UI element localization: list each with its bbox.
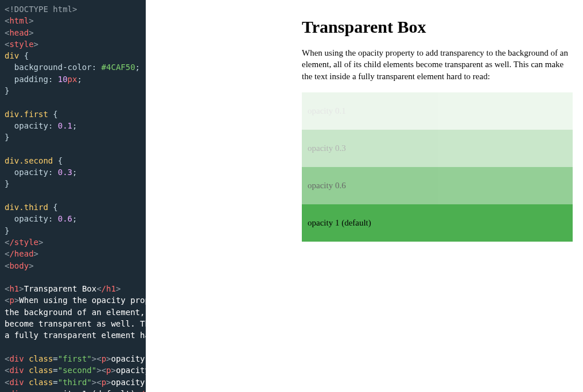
code-tag-style-close: /style (9, 238, 38, 247)
code-sel-div: div (5, 51, 19, 60)
code-tag-div3: div (9, 378, 24, 387)
code-tag-h1-close: /h1 (102, 284, 116, 293)
code-bg-prop: background-color (14, 63, 92, 72)
preview-pane[interactable]: Transparent Box When using the opacity p… (292, 0, 583, 392)
code-opacity-prop-1: opacity (14, 121, 48, 130)
code-tag-div4: div (9, 389, 24, 392)
code-tag-style-open: style (9, 40, 33, 49)
code-attr-class-1: class (29, 354, 53, 363)
code-sel-first: div.first (5, 110, 48, 119)
preview-heading: Transparent Box (302, 17, 573, 37)
code-pad-unit: px (68, 75, 77, 84)
split-view: <!DOCTYPE html> <html> <head> <style> di… (0, 0, 583, 392)
code-pad-prop: padding (14, 75, 48, 84)
code-p-line1: When using the opacity property to add t… (19, 296, 146, 305)
code-sel-second: div.second (5, 156, 53, 165)
code-opacity-06: 0.6 (58, 214, 72, 223)
code-editor[interactable]: <!DOCTYPE html> <html> <head> <style> di… (0, 0, 146, 392)
code-box3-text: opacity 0.6 (111, 378, 146, 387)
code-pad-num: 10 (58, 75, 68, 84)
code-bg-val: #4CAF50 (102, 63, 135, 72)
code-p-line3: become transparent as well. This can mak… (5, 319, 146, 328)
code-opacity-01: 0.1 (58, 121, 72, 130)
code-doctype: <!DOCTYPE html> (5, 5, 77, 14)
code-box4-text: opacity 1 (default) (43, 389, 135, 392)
code-box2-text: opacity 0.3 (116, 366, 146, 375)
opacity-box-03: opacity 0.3 (302, 130, 573, 167)
code-tag-head-open: head (9, 28, 29, 37)
opacity-box-06: opacity 0.6 (302, 167, 573, 204)
opacity-box-03-label: opacity 0.3 (308, 143, 567, 153)
code-h1-text: Transparent Box (24, 284, 96, 293)
preview-description: When using the opacity property to add t… (302, 47, 573, 82)
code-tag-div1: div (9, 354, 24, 363)
code-p-line4: a fully transparent element hard to read… (5, 331, 146, 340)
code-attr-class-2: class (29, 366, 53, 375)
code-tag-html-open: html (9, 16, 29, 25)
opacity-box-01-label: opacity 0.1 (308, 106, 567, 116)
code-tag-body-open: body (9, 261, 29, 270)
code-p-line2: the background of an element, all of its… (5, 308, 146, 317)
opacity-box-01: opacity 0.1 (302, 92, 573, 130)
code-opacity-prop-3: opacity (14, 214, 48, 223)
code-pane-wrap: <!DOCTYPE html> <html> <head> <style> di… (0, 0, 292, 392)
opacity-box-10-label: opacity 1 (default) (308, 218, 567, 228)
code-opacity-prop-2: opacity (14, 168, 48, 177)
code-box1-text: opacity 0.1 (111, 354, 146, 363)
opacity-box-06-label: opacity 0.6 (308, 181, 567, 191)
code-tag-head-close: /head (9, 249, 33, 258)
code-sel-third: div.third (5, 203, 48, 212)
code-attr-second: "second" (58, 366, 96, 375)
code-attr-third: "third" (58, 378, 92, 387)
code-attr-class-3: class (29, 378, 53, 387)
code-tag-p-open: p (9, 296, 14, 305)
code-opacity-03: 0.3 (58, 168, 72, 177)
code-tag-h1-open: h1 (9, 284, 19, 293)
code-attr-first: "first" (58, 354, 92, 363)
opacity-box-10: opacity 1 (default) (302, 204, 573, 242)
code-tag-div2: div (9, 366, 24, 375)
